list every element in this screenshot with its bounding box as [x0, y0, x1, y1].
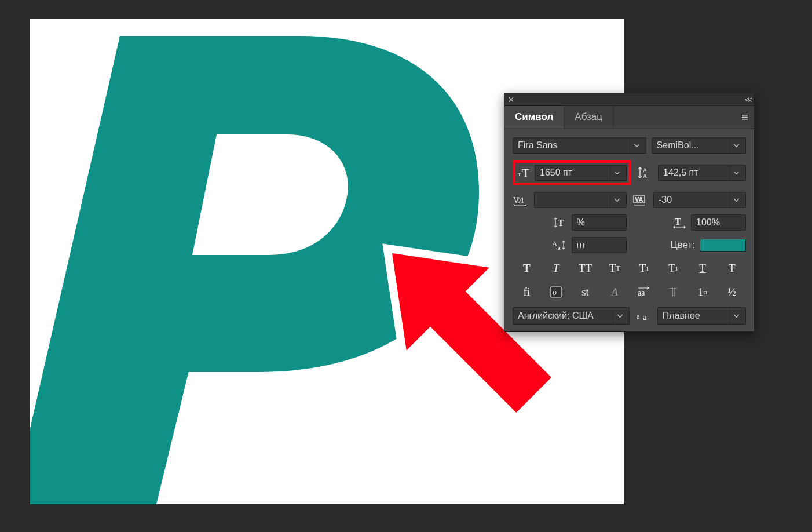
panel-menu-icon[interactable]: ≡	[741, 111, 748, 124]
font-family-value: Fira Sans	[518, 140, 627, 151]
type-style-row-1: T T TT TT T1 T1 T T	[513, 260, 746, 277]
horizontal-scale-value: 100%	[696, 217, 720, 228]
tab-character[interactable]: Символ	[504, 106, 564, 129]
svg-text:VA: VA	[635, 196, 643, 203]
chevron-down-icon	[610, 192, 624, 207]
svg-text:T: T	[558, 218, 564, 228]
panel-title-bar: × <<	[504, 93, 754, 106]
svg-text:A: A	[552, 239, 558, 248]
style-allcaps[interactable]: TT	[571, 260, 599, 277]
vertical-scale-value: %	[577, 217, 585, 228]
color-label: Цвет:	[670, 239, 695, 251]
baseline-shift-icon: A a	[551, 238, 567, 252]
horizontal-scale-input[interactable]: 100%	[691, 214, 746, 231]
font-family-select[interactable]: Fira Sans	[513, 137, 646, 154]
antialias-value: Плавное	[663, 311, 727, 321]
leading-select[interactable]: 142,5 пт	[658, 165, 746, 181]
font-size-value: 1650 пт	[540, 167, 608, 178]
leading-icon: A A	[637, 166, 653, 180]
antialias-icon: a a	[635, 309, 652, 323]
style-subscript[interactable]: T1	[659, 260, 687, 277]
language-select[interactable]: Английский: США	[513, 307, 630, 325]
opentype-row: fi o st A aa 𝕋 1st ½	[513, 283, 746, 301]
tracking-value: -30	[659, 195, 727, 205]
panel-collapse-icon[interactable]: <<	[745, 95, 751, 104]
panel-tabs: Символ Абзац ≡	[504, 106, 754, 129]
chevron-down-icon	[630, 138, 643, 153]
style-superscript[interactable]: T1	[630, 260, 659, 277]
chevron-down-icon	[729, 308, 743, 323]
chevron-down-icon	[613, 308, 627, 323]
font-weight-value: SemiBol...	[657, 140, 727, 151]
chevron-down-icon	[729, 138, 743, 153]
chevron-down-icon	[729, 192, 743, 207]
style-strikethrough[interactable]: T	[718, 260, 746, 277]
kerning-select[interactable]	[534, 192, 627, 208]
text-color-swatch[interactable]	[700, 239, 746, 252]
leading-value: 142,5 пт	[663, 167, 727, 178]
horizontal-scale-icon: T	[671, 216, 687, 229]
font-size-select[interactable]: 1650 пт	[535, 165, 627, 181]
ot-ordinals[interactable]: 1st	[689, 283, 717, 301]
vertical-scale-icon: T	[552, 216, 568, 229]
style-bold[interactable]: T	[513, 260, 541, 277]
ot-swash[interactable]: A	[601, 283, 629, 301]
font-size-icon: т T	[517, 166, 533, 180]
tracking-icon: VA	[632, 193, 648, 207]
ot-fractions[interactable]: ½	[718, 283, 746, 301]
vertical-scale-input[interactable]: %	[572, 214, 627, 231]
style-italic[interactable]: T	[542, 260, 570, 277]
baseline-shift-value: пт	[577, 240, 586, 250]
ot-contextual[interactable]: o	[542, 283, 570, 301]
style-underline[interactable]: T	[689, 260, 717, 277]
svg-text:aa: aa	[638, 289, 645, 297]
character-panel: × << Символ Абзац ≡ Fira Sans SemiBol...	[504, 93, 755, 332]
font-size-highlight: т T 1650 пт	[513, 160, 631, 185]
tab-paragraph[interactable]: Абзац	[564, 106, 613, 129]
svg-text:a: a	[558, 244, 561, 251]
font-weight-select[interactable]: SemiBol...	[652, 137, 746, 154]
style-smallcaps[interactable]: TT	[601, 260, 629, 277]
close-icon[interactable]: ×	[508, 94, 514, 105]
antialias-select[interactable]: Плавное	[657, 307, 746, 325]
chevron-down-icon	[610, 165, 624, 180]
ot-titling[interactable]: 𝕋	[659, 283, 687, 301]
ot-ligatures[interactable]: fi	[513, 283, 541, 301]
svg-text:o: o	[553, 288, 557, 297]
svg-text:T: T	[522, 167, 530, 178]
baseline-shift-input[interactable]: пт	[572, 237, 627, 253]
ot-stylistic-alt[interactable]: aa	[630, 283, 659, 301]
chevron-down-icon	[729, 165, 743, 180]
svg-text:a: a	[643, 312, 647, 322]
svg-text:т: т	[518, 170, 521, 177]
svg-text:a: a	[637, 312, 640, 320]
ot-discretionary[interactable]: st	[571, 283, 599, 301]
svg-text:A: A	[643, 173, 648, 179]
svg-text:T: T	[675, 217, 681, 227]
tracking-select[interactable]: -30	[653, 192, 746, 208]
kerning-icon: V /A	[513, 193, 529, 207]
language-value: Английский: США	[518, 311, 610, 321]
